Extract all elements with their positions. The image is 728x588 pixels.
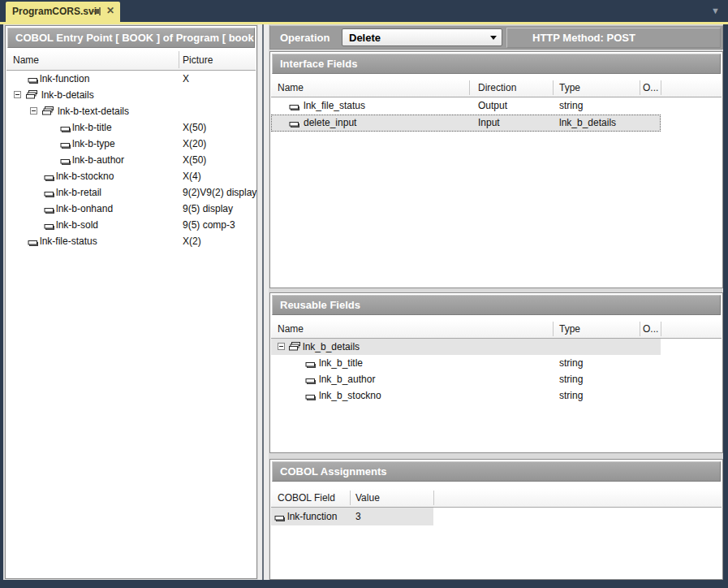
tree-item-picture: 9(5) display xyxy=(183,203,233,214)
reusable-fields-title: Reusable Fields xyxy=(272,295,721,315)
column-separator[interactable] xyxy=(661,322,661,336)
column-separator[interactable] xyxy=(469,80,470,95)
tree-item-label: lnk-function xyxy=(40,73,89,84)
left-panel-title-text: COBOL Entry Point [ BOOK ] of Program [ … xyxy=(15,32,254,44)
cell-name: lnk_b_title xyxy=(319,357,363,369)
table-row[interactable]: lnk_file_statusOutputstring xyxy=(271,97,722,115)
column-header-name[interactable]: Name xyxy=(13,54,39,66)
tree-item-picture: 9(5) comp-3 xyxy=(183,219,235,231)
tab-programcors[interactable]: ProgramCORS.svi ✕ xyxy=(6,2,120,22)
cobol-assignments-table: lnk-function3 xyxy=(271,508,722,525)
cobol-entry-point-panel: COBOL Entry Point [ BOOK ] of Program [ … xyxy=(5,25,257,579)
tree-row[interactable]: lnk-b-onhand9(5) display xyxy=(6,201,256,217)
panel-splitter[interactable] xyxy=(258,24,269,580)
interface-fields-panel: Interface Fields Name Direction Type O..… xyxy=(269,51,723,288)
cobol-assignments-column-header-row: COBOL Field Value xyxy=(271,489,722,508)
column-header-name[interactable]: Name xyxy=(278,323,304,335)
column-separator[interactable] xyxy=(661,80,661,95)
table-row[interactable]: delete_inputInputlnk_b_details xyxy=(271,115,722,132)
chevron-down-icon[interactable]: ▼ xyxy=(711,6,720,15)
reusable-fields-panel: Reusable Fields Name Type O... lnk_b_det… xyxy=(269,292,723,453)
field-icon xyxy=(305,376,317,387)
tree-item-picture: X(4) xyxy=(183,171,201,182)
tree-item-label: lnk-b-stockno xyxy=(56,171,114,182)
column-header-value[interactable]: Value xyxy=(355,492,380,504)
interface-fields-title-text: Interface Fields xyxy=(280,58,357,70)
column-header-picture[interactable]: Picture xyxy=(183,54,213,66)
column-separator[interactable] xyxy=(553,80,554,95)
tree-row[interactable]: lnk-b-retail9(2)V9(2) display xyxy=(6,184,256,201)
cell-direction: Input xyxy=(478,117,500,128)
operation-bar: Operation Delete HTTP Method: POST xyxy=(269,25,723,50)
cell-name: lnk_file_status xyxy=(304,100,365,111)
cobol-tree: lnk-functionXlnk-b-detailslnk-b-text-det… xyxy=(6,71,256,249)
left-panel-title: COBOL Entry Point [ BOOK ] of Program [ … xyxy=(7,28,255,48)
tree-expander-minus-icon[interactable] xyxy=(30,107,37,115)
tree-row[interactable]: lnk-b-details xyxy=(6,87,256,103)
cell-name: lnk_b_stockno xyxy=(319,390,381,401)
column-header-direction[interactable]: Direction xyxy=(478,82,516,93)
cell-type: string xyxy=(559,390,583,401)
tree-item-label: lnk-b-author xyxy=(72,154,124,166)
tree-row[interactable]: lnk-functionX xyxy=(6,71,256,87)
tree-row[interactable]: lnk-b-titleX(50) xyxy=(6,119,256,136)
http-method-label: HTTP Method: POST xyxy=(532,32,635,44)
cell-type: string xyxy=(559,374,583,385)
field-icon xyxy=(289,119,300,131)
tree-item-label: lnk-b-title xyxy=(72,122,112,133)
tab-title: ProgramCORS.svi xyxy=(12,6,97,17)
reusable-fields-title-text: Reusable Fields xyxy=(280,299,360,311)
field-icon xyxy=(305,360,317,371)
column-header-type[interactable]: Type xyxy=(559,82,580,93)
tab-bar: ProgramCORS.svi ✕ ▼ xyxy=(0,0,728,22)
column-header-occurs[interactable]: O... xyxy=(643,82,658,93)
tree-item-label: lnk-b-details xyxy=(41,89,94,101)
column-header-cobol-field[interactable]: COBOL Field xyxy=(278,492,335,504)
cell-name: delete_input xyxy=(304,117,356,128)
tree-row[interactable]: lnk-b-stocknoX(4) xyxy=(6,168,256,184)
table-row[interactable]: lnk_b_authorstring xyxy=(271,371,722,387)
field-icon xyxy=(28,76,39,87)
tree-expander-minus-icon[interactable] xyxy=(278,343,285,350)
tree-item-picture: X(50) xyxy=(183,122,206,133)
tree-expander-minus-icon[interactable] xyxy=(14,91,21,98)
column-separator[interactable] xyxy=(553,322,554,336)
cell-type: string xyxy=(559,357,583,369)
column-separator[interactable] xyxy=(350,491,351,505)
field-icon xyxy=(274,513,286,525)
group-icon xyxy=(289,342,301,354)
interface-fields-title: Interface Fields xyxy=(272,54,721,74)
pin-icon[interactable] xyxy=(92,6,103,18)
column-separator[interactable] xyxy=(640,80,640,95)
chevron-down-icon xyxy=(490,36,497,40)
reusable-fields-column-header-row: Name Type O... xyxy=(271,320,722,339)
tree-item-picture: 9(2)V9(2) display xyxy=(183,187,256,198)
group-icon xyxy=(42,106,54,119)
tree-row[interactable]: lnk-b-sold9(5) comp-3 xyxy=(6,217,256,233)
cobol-assignments-panel: COBOL Assignments COBOL Field Value lnk-… xyxy=(269,459,723,580)
cell-name: lnk_b_author xyxy=(319,374,375,385)
interface-fields-table: lnk_file_statusOutputstringdelete_inputI… xyxy=(271,97,722,132)
close-icon[interactable]: ✕ xyxy=(106,5,114,16)
column-header-type[interactable]: Type xyxy=(559,323,580,335)
table-row[interactable]: lnk_b_details xyxy=(271,339,722,355)
column-separator[interactable] xyxy=(179,51,179,68)
column-header-name[interactable]: Name xyxy=(278,82,304,93)
column-separator[interactable] xyxy=(433,491,434,505)
table-row[interactable]: lnk_b_stocknostring xyxy=(271,387,722,404)
cell-cobol-field: lnk-function xyxy=(287,511,337,522)
cell-name: lnk_b_details xyxy=(303,341,360,352)
tree-row[interactable]: lnk-b-authorX(50) xyxy=(6,152,256,168)
group-icon xyxy=(26,90,38,102)
column-separator[interactable] xyxy=(640,322,640,336)
panel-splitter-bar xyxy=(262,24,264,580)
http-method-box: HTTP Method: POST xyxy=(506,28,721,48)
tree-row[interactable]: lnk-file-statusX(2) xyxy=(6,233,256,249)
column-header-occurs[interactable]: O... xyxy=(643,323,658,335)
tree-row[interactable]: lnk-b-text-details xyxy=(6,103,256,119)
tree-row[interactable]: lnk-b-typeX(20) xyxy=(6,136,256,152)
table-row[interactable]: lnk_b_titlestring xyxy=(271,355,722,371)
operation-dropdown[interactable]: Delete xyxy=(342,28,502,46)
table-row[interactable]: lnk-function3 xyxy=(271,508,722,525)
operation-label: Operation xyxy=(280,32,330,44)
